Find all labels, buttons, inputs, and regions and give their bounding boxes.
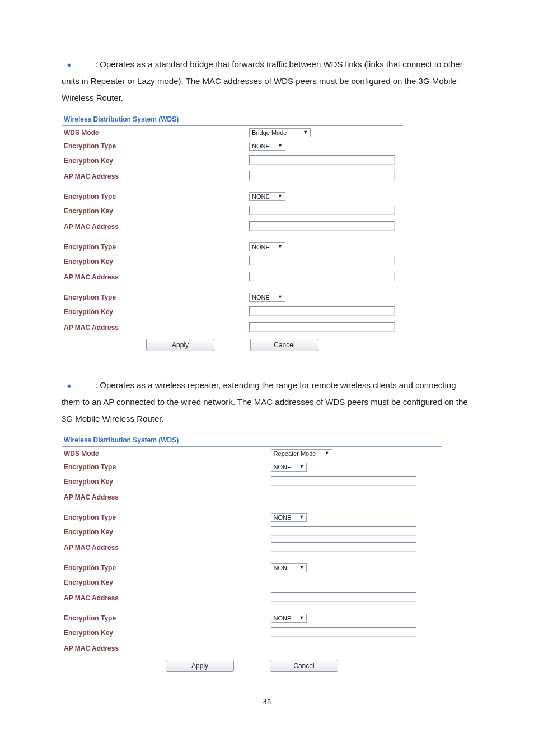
input-ap-mac-3[interactable] xyxy=(249,272,395,281)
label-wds-mode: WDS Mode xyxy=(64,450,271,458)
select-enc-type-3[interactable]: NONE ▼ xyxy=(249,242,285,251)
label-ap-mac: AP MAC Address xyxy=(64,544,271,552)
bullet-icon: ■ xyxy=(62,380,95,391)
select-enc-type-3-value: NONE xyxy=(274,564,292,571)
label-enc-key: Encryption Key xyxy=(64,258,249,265)
select-enc-type-2[interactable]: NONE ▼ xyxy=(249,192,285,201)
input-enc-key-1[interactable] xyxy=(249,155,395,165)
paragraph-bridge-text: : Operates as a standard bridge that for… xyxy=(62,59,463,102)
select-enc-type-1[interactable]: NONE ▼ xyxy=(249,142,285,151)
input-enc-key-4[interactable] xyxy=(249,306,395,316)
select-wds-mode-value: Repeater Mode xyxy=(274,450,316,457)
label-ap-mac: AP MAC Address xyxy=(64,273,249,281)
input-enc-key-2[interactable] xyxy=(271,526,416,536)
cancel-button[interactable]: Cancel xyxy=(270,660,338,672)
select-enc-type-3[interactable]: NONE ▼ xyxy=(271,563,307,572)
label-ap-mac: AP MAC Address xyxy=(64,594,271,602)
label-ap-mac: AP MAC Address xyxy=(64,493,271,501)
label-enc-type: Encryption Type xyxy=(64,564,271,572)
input-enc-key-4[interactable] xyxy=(271,627,416,637)
label-enc-key: Encryption Key xyxy=(64,478,271,486)
page-number: 48 xyxy=(62,698,472,706)
label-enc-type: Encryption Type xyxy=(64,614,271,622)
label-enc-key: Encryption Key xyxy=(64,308,249,316)
select-enc-type-1-value: NONE xyxy=(252,143,270,150)
chevron-down-icon: ▼ xyxy=(299,514,304,520)
input-ap-mac-4[interactable] xyxy=(271,643,416,652)
paragraph-repeater: ■: Operates as a wireless repeater, exte… xyxy=(62,377,472,427)
label-enc-type: Encryption Type xyxy=(64,243,249,251)
label-enc-type: Encryption Type xyxy=(64,142,249,150)
apply-button[interactable]: Apply xyxy=(166,660,234,672)
label-ap-mac: AP MAC Address xyxy=(64,172,249,180)
chevron-down-icon: ▼ xyxy=(278,143,283,148)
select-enc-type-4[interactable]: NONE ▼ xyxy=(249,293,285,302)
select-wds-mode[interactable]: Repeater Mode ▼ xyxy=(271,449,332,458)
label-ap-mac: AP MAC Address xyxy=(64,645,271,652)
chevron-down-icon: ▼ xyxy=(299,615,304,620)
select-enc-type-1-value: NONE xyxy=(274,464,292,470)
input-enc-key-3[interactable] xyxy=(271,577,416,586)
label-enc-type: Encryption Type xyxy=(64,463,271,471)
select-enc-type-2-value: NONE xyxy=(252,193,270,200)
select-enc-type-4-value: NONE xyxy=(252,294,270,301)
chevron-down-icon: ▼ xyxy=(325,450,330,456)
input-enc-key-2[interactable] xyxy=(249,206,395,215)
bullet-icon: ■ xyxy=(62,59,95,71)
select-enc-type-2[interactable]: NONE ▼ xyxy=(271,513,307,522)
chevron-down-icon: ▼ xyxy=(299,464,304,469)
chevron-down-icon: ▼ xyxy=(278,193,283,199)
select-wds-mode-value: Bridge Mode xyxy=(252,129,287,136)
wds-panel-repeater: Wireless Distribution System (WDS) WDS M… xyxy=(62,433,442,681)
panel-title: Wireless Distribution System (WDS) xyxy=(62,433,442,447)
label-enc-key: Encryption Key xyxy=(64,629,271,637)
select-enc-type-1[interactable]: NONE ▼ xyxy=(271,463,307,472)
input-ap-mac-3[interactable] xyxy=(271,592,416,602)
select-enc-type-4-value: NONE xyxy=(274,615,292,622)
chevron-down-icon: ▼ xyxy=(278,244,283,249)
label-ap-mac: AP MAC Address xyxy=(64,223,249,231)
label-enc-type: Encryption Type xyxy=(64,293,249,301)
panel-title: Wireless Distribution System (WDS) xyxy=(62,112,403,126)
select-wds-mode[interactable]: Bridge Mode ▼ xyxy=(249,128,311,137)
chevron-down-icon: ▼ xyxy=(303,129,308,135)
chevron-down-icon: ▼ xyxy=(299,564,304,570)
select-enc-type-4[interactable]: NONE ▼ xyxy=(271,614,307,623)
input-enc-key-1[interactable] xyxy=(271,476,416,486)
input-enc-key-3[interactable] xyxy=(249,256,395,265)
label-enc-key: Encryption Key xyxy=(64,207,249,215)
input-ap-mac-2[interactable] xyxy=(249,221,395,231)
label-enc-type: Encryption Type xyxy=(64,193,249,200)
label-enc-key: Encryption Key xyxy=(64,578,271,586)
chevron-down-icon: ▼ xyxy=(278,294,283,300)
input-ap-mac-1[interactable] xyxy=(249,171,395,180)
select-enc-type-2-value: NONE xyxy=(274,514,292,521)
input-ap-mac-4[interactable] xyxy=(249,322,395,332)
select-enc-type-3-value: NONE xyxy=(252,244,270,250)
label-enc-key: Encryption Key xyxy=(64,157,249,165)
label-enc-type: Encryption Type xyxy=(64,514,271,521)
paragraph-bridge: ■: Operates as a standard bridge that fo… xyxy=(62,56,472,106)
apply-button[interactable]: Apply xyxy=(146,339,214,351)
paragraph-repeater-text: : Operates as a wireless repeater, exten… xyxy=(62,380,468,423)
input-ap-mac-1[interactable] xyxy=(271,492,416,501)
wds-panel-bridge: Wireless Distribution System (WDS) WDS M… xyxy=(62,112,403,360)
label-wds-mode: WDS Mode xyxy=(64,129,249,137)
cancel-button[interactable]: Cancel xyxy=(250,339,318,351)
input-ap-mac-2[interactable] xyxy=(271,542,416,552)
label-ap-mac: AP MAC Address xyxy=(64,324,249,332)
label-enc-key: Encryption Key xyxy=(64,528,271,536)
